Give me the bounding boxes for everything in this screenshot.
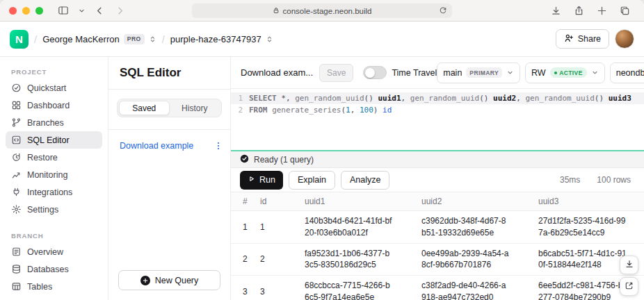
forward-icon[interactable] xyxy=(115,6,125,16)
zoom-window-button[interactable] xyxy=(35,7,43,15)
status-bar: Ready (1 query) xyxy=(231,151,644,168)
breadcrumb-separator: / xyxy=(34,33,37,45)
traffic-lights xyxy=(9,7,43,15)
sidebar-item-roles[interactable]: Roles xyxy=(6,295,102,300)
close-window-button[interactable] xyxy=(9,7,17,15)
editor-toolbar: Download exam... Save Time Travel main P… xyxy=(231,57,644,89)
branch-select[interactable]: main PRIMARY xyxy=(437,62,520,83)
saved-queries-list: Download example xyxy=(108,130,230,270)
tab-history[interactable]: History xyxy=(170,101,220,115)
chevron-down-icon[interactable] xyxy=(79,8,85,14)
monitoring-icon xyxy=(11,169,22,180)
download-icon[interactable] xyxy=(551,6,561,16)
avatar[interactable] xyxy=(615,29,634,49)
results-body: 11140b3b4d-6421-41fd-bf20-f03e6b0a012fc3… xyxy=(231,211,644,300)
sidebar: PROJECTQuickstartDashboardBranchesSQL Ed… xyxy=(0,57,108,300)
time-travel-toggle[interactable] xyxy=(363,66,387,79)
tab-saved[interactable]: Saved xyxy=(119,101,170,115)
address-bar[interactable]: console-stage.neon.build xyxy=(192,3,452,18)
table-row: 11140b3b4d-6421-41fd-bf20-f03e6b0a012fc3… xyxy=(231,211,644,244)
table-row: 3368ccbcca-7715-4266-b6c5-9f7a14ea6e5ec3… xyxy=(231,276,644,300)
sidebar-toggle-icon[interactable] xyxy=(58,5,69,16)
table-cell: 0ee499ab-2939-4a54-a8cf-9b667b701876 xyxy=(416,243,533,276)
save-button[interactable]: Save xyxy=(319,64,353,82)
results-panel: #iduuid1uuid2uuid3 11140b3b4d-6421-41fd-… xyxy=(231,192,644,300)
sidebar-item-quickstart[interactable]: Quickstart xyxy=(6,79,102,97)
sql-editor-icon xyxy=(11,135,22,145)
line-number: 2 xyxy=(231,104,249,116)
query-duration: 35ms xyxy=(560,175,580,185)
sidebar-item-dashboard[interactable]: Dashboard xyxy=(6,97,102,114)
sidebar-item-settings[interactable]: Settings xyxy=(6,201,102,218)
run-button[interactable]: Run xyxy=(240,171,283,190)
table-cell: 3 xyxy=(231,276,255,300)
share-icon[interactable] xyxy=(574,6,584,16)
column-header-id: id xyxy=(255,192,299,211)
compute-select[interactable]: RW ACTIVE xyxy=(525,62,605,83)
saved-query-name: Download example xyxy=(120,141,193,151)
table-cell: 68ccbcca-7715-4266-b6c5-9f7a14ea6e5e xyxy=(299,276,416,300)
sidebar-item-label: Tables xyxy=(27,282,52,292)
download-results-button[interactable] xyxy=(620,256,638,274)
sql-code-editor[interactable]: 1SELECT *, gen_random_uuid() uuid1, gen_… xyxy=(231,89,644,150)
sidebar-item-label: Integrations xyxy=(27,188,72,197)
sidebar-item-integrations[interactable]: Integrations xyxy=(6,183,102,201)
query-meta: 35ms 100 rows xyxy=(560,175,635,185)
kebab-menu-icon[interactable] xyxy=(214,141,223,151)
sidebar-item-label: SQL Editor xyxy=(27,135,70,145)
table-row: 22fa9523d1-1b06-4377-b3c5-8350186d29c50e… xyxy=(231,243,644,276)
sidebar-item-label: Restore xyxy=(27,153,58,162)
restore-icon xyxy=(11,152,22,162)
database-select[interactable]: neondb xyxy=(610,62,644,83)
browser-chrome: console-stage.neon.build xyxy=(0,0,644,22)
sidebar-item-restore[interactable]: Restore xyxy=(6,149,102,166)
table-cell: fa9523d1-1b06-4377-b3c5-8350186d29c5 xyxy=(299,243,416,276)
query-panel: SQL Editor Saved History Download exampl… xyxy=(108,57,231,300)
app-body: PROJECTQuickstartDashboardBranchesSQL Ed… xyxy=(0,57,644,300)
sidebar-item-tables[interactable]: Tables xyxy=(6,278,102,295)
saved-history-tabs: Saved History xyxy=(117,99,222,117)
saved-query-item[interactable]: Download example xyxy=(108,135,230,156)
org-switcher[interactable]: George MacKerron PRO xyxy=(42,34,156,44)
sidebar-item-overview[interactable]: Overview xyxy=(6,243,102,260)
refresh-icon[interactable] xyxy=(439,6,447,16)
plus-icon[interactable] xyxy=(597,6,607,16)
code-line[interactable]: 2FROM generate_series(1, 100) id xyxy=(231,104,644,116)
new-query-button[interactable]: New Query xyxy=(118,270,220,290)
open-in-new-icon xyxy=(625,281,634,293)
sidebar-item-sql-editor[interactable]: SQL Editor xyxy=(6,131,102,149)
query-name[interactable]: Download exam... xyxy=(241,67,313,78)
overview-icon xyxy=(11,247,22,257)
sidebar-item-databases[interactable]: Databases xyxy=(6,260,102,278)
share-button[interactable]: Share xyxy=(556,29,609,49)
analyze-button[interactable]: Analyze xyxy=(341,171,389,190)
table-cell: 1 xyxy=(255,211,299,244)
back-icon[interactable] xyxy=(95,6,105,16)
sidebar-item-branches[interactable]: Branches xyxy=(6,114,102,131)
sidebar-item-label: Databases xyxy=(27,265,69,274)
quickstart-icon xyxy=(11,83,22,93)
project-switcher[interactable]: purple-haze-63747937 xyxy=(170,34,273,44)
branches-icon xyxy=(11,117,22,128)
sidebar-item-monitoring[interactable]: Monitoring xyxy=(6,166,102,183)
results-header-row: #iduuid1uuid2uuid3 xyxy=(231,192,644,211)
code-text: FROM generate_series(1, 100) id xyxy=(249,104,392,116)
status-dot xyxy=(554,72,557,74)
tabs-icon[interactable] xyxy=(620,6,630,16)
chrome-actions xyxy=(546,6,635,16)
minimize-window-button[interactable] xyxy=(22,7,30,15)
results-table: #iduuid1uuid2uuid3 11140b3b4d-6421-41fd-… xyxy=(231,192,644,300)
chevron-down-icon xyxy=(591,69,599,76)
download-icon xyxy=(625,259,634,272)
open-in-new-button[interactable] xyxy=(620,277,638,296)
code-line[interactable]: 1SELECT *, gen_random_uuid() uuid1, gen_… xyxy=(231,92,644,104)
sidebar-item-label: Dashboard xyxy=(27,101,70,110)
column-header-uuid2: uuid2 xyxy=(416,192,533,211)
neon-logo[interactable]: N xyxy=(10,30,29,49)
settings-icon xyxy=(11,204,22,215)
pro-badge: PRO xyxy=(124,34,145,44)
chevron-updown-icon xyxy=(266,35,273,43)
explain-button[interactable]: Explain xyxy=(289,171,335,190)
browser-window: console-stage.neon.build N / George MacK… xyxy=(0,0,644,300)
table-cell: 2 xyxy=(255,243,299,276)
